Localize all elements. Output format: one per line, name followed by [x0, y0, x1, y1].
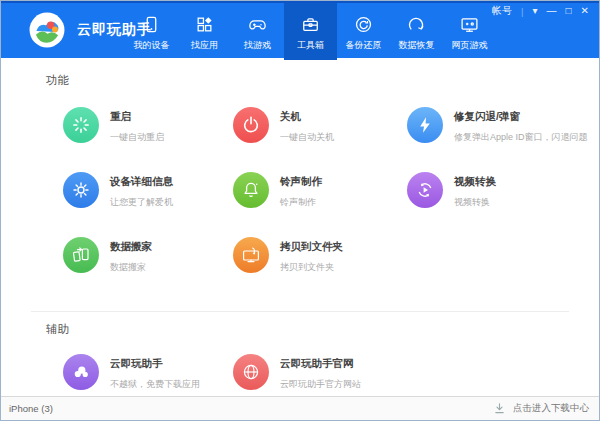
bell-icon — [233, 172, 269, 208]
tool-subtitle: 铃声制作 — [280, 196, 322, 209]
tool-title: 视频转换 — [454, 175, 496, 189]
globe-icon — [233, 354, 269, 390]
toolbox-icon — [301, 14, 321, 34]
tool-item-cloud-assistant[interactable]: 云即玩助手 不越狱，免费下载应用 — [63, 354, 233, 396]
tool-title: 铃声制作 — [280, 175, 322, 189]
tool-item-video-convert[interactable]: 视频转换 视频转换 — [407, 172, 599, 237]
copy-folder-icon — [233, 237, 269, 273]
gear-icon — [63, 172, 99, 208]
tab-label: 找游戏 — [244, 39, 271, 52]
section-title-auxiliary: 辅助 — [1, 312, 599, 337]
tool-item-shutdown[interactable]: 关机 一键自动关机 — [233, 107, 407, 172]
tab-label: 备份还原 — [346, 39, 382, 52]
tool-subtitle: 云即玩助手官方网站 — [280, 378, 361, 391]
titlebar-controls: 帐号 | ▾ — □ ✕ — [492, 5, 589, 17]
download-center-button[interactable]: 点击进入下载中心 — [493, 402, 589, 415]
tool-subtitle: 数据搬家 — [110, 261, 152, 274]
tab-toolbox[interactable]: 工具箱 — [284, 3, 337, 60]
download-icon — [493, 402, 506, 415]
data-transfer-icon — [63, 237, 99, 273]
tool-item-device-info[interactable]: 设备详细信息 让您更了解爱机 — [63, 172, 233, 237]
power-icon — [233, 107, 269, 143]
apps-icon — [195, 14, 215, 34]
tab-label: 工具箱 — [297, 39, 324, 52]
device-label: iPhone (3) — [9, 403, 53, 414]
tab-label: 我的设备 — [134, 39, 170, 52]
tool-subtitle: 拷贝到文件夹 — [280, 261, 343, 274]
maximize-button[interactable]: □ — [566, 5, 572, 17]
app-window: 云即玩助手 我的设备 — [0, 0, 600, 421]
tool-title: 关机 — [280, 110, 334, 124]
auxiliary-grid: 云即玩助手 不越狱，免费下载应用 云即玩助手官网 云即玩助手官方网站 — [63, 354, 599, 396]
statusbar: iPhone (3) 点击进入下载中心 — [1, 396, 599, 420]
titlebar-divider: | — [521, 6, 523, 17]
tab-my-devices[interactable]: 我的设备 — [125, 3, 178, 60]
main-nav: 我的设备 找应用 — [125, 3, 496, 60]
functions-grid: 重启 一键自动重启 关机 一键自动关机 — [63, 107, 599, 302]
tab-data-recovery[interactable]: 数据恢复 — [390, 3, 443, 60]
restart-icon — [63, 107, 99, 143]
phone-icon — [142, 14, 162, 34]
download-center-label: 点击进入下载中心 — [513, 402, 589, 415]
tool-title: 重启 — [110, 110, 164, 124]
close-button[interactable]: ✕ — [581, 5, 589, 17]
tab-label: 网页游戏 — [452, 39, 488, 52]
tool-subtitle: 修复弹出Apple ID窗口，闪退问题 — [454, 131, 588, 144]
tool-title: 数据搬家 — [110, 240, 152, 254]
tool-title: 云即玩助手 — [110, 357, 200, 371]
web-games-icon — [460, 14, 480, 34]
main-content: 功能 重启 一键自动重启 — [1, 58, 599, 396]
header: 云即玩助手 我的设备 — [1, 1, 599, 58]
lightning-icon — [407, 107, 443, 143]
gamepad-icon — [248, 14, 268, 34]
tool-item-restart[interactable]: 重启 一键自动重启 — [63, 107, 233, 172]
tool-title: 修复闪退/弹窗 — [454, 110, 588, 124]
tool-item-copy-folder[interactable]: 拷贝到文件夹 拷贝到文件夹 — [233, 237, 407, 302]
tab-web-games[interactable]: 网页游戏 — [443, 3, 496, 60]
backup-restore-icon — [354, 14, 374, 34]
tool-subtitle: 一键自动关机 — [280, 131, 334, 144]
data-recovery-icon — [407, 14, 427, 34]
minimize-button[interactable]: — — [547, 5, 557, 17]
tool-item-data-migrate[interactable]: 数据搬家 数据搬家 — [63, 237, 233, 302]
tool-subtitle: 让您更了解爱机 — [110, 196, 173, 209]
tab-find-apps[interactable]: 找应用 — [178, 3, 231, 60]
cloud-assistant-icon — [63, 354, 99, 390]
tool-item-ringtone[interactable]: 铃声制作 铃声制作 — [233, 172, 407, 237]
tool-subtitle: 视频转换 — [454, 196, 496, 209]
account-button[interactable]: 帐号 — [492, 5, 512, 17]
tab-label: 找应用 — [191, 39, 218, 52]
tab-backup-restore[interactable]: 备份还原 — [337, 3, 390, 60]
tool-title: 拷贝到文件夹 — [280, 240, 343, 254]
tool-item-official-site[interactable]: 云即玩助手官网 云即玩助手官方网站 — [233, 354, 407, 396]
tab-label: 数据恢复 — [399, 39, 435, 52]
video-convert-icon — [407, 172, 443, 208]
menu-dropdown-icon[interactable]: ▾ — [533, 5, 538, 17]
tool-subtitle: 一键自动重启 — [110, 131, 164, 144]
tab-find-games[interactable]: 找游戏 — [231, 3, 284, 60]
section-title-functions: 功能 — [1, 58, 599, 88]
tool-title: 云即玩助手官网 — [280, 357, 361, 371]
app-logo-icon — [29, 12, 65, 48]
tool-title: 设备详细信息 — [110, 175, 173, 189]
tool-item-fix-crash[interactable]: 修复闪退/弹窗 修复弹出Apple ID窗口，闪退问题 — [407, 107, 599, 172]
tool-subtitle: 不越狱，免费下载应用 — [110, 378, 200, 391]
